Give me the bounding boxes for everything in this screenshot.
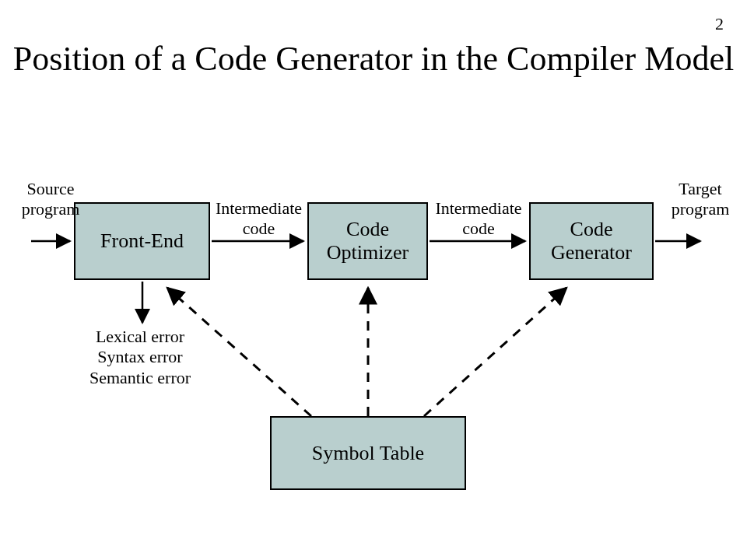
page-number: 2	[715, 14, 724, 34]
box-front-end: Front-End	[74, 202, 210, 280]
label-intermediate-code-2: Intermediatecode	[432, 198, 525, 240]
label-target-program: Targetprogram	[665, 179, 735, 220]
dashed-symboltable-to-generator	[424, 288, 566, 416]
slide-title: Position of a Code Generator in the Comp…	[0, 39, 747, 80]
box-symbol-table: Symbol Table	[270, 416, 466, 490]
box-code-optimizer: CodeOptimizer	[307, 202, 428, 280]
label-errors: Lexical errorSyntax errorSemantic error	[74, 327, 206, 388]
label-intermediate-code-1: Intermediatecode	[214, 198, 303, 240]
label-source-program: Sourceprogram	[19, 179, 82, 220]
box-code-generator: CodeGenerator	[529, 202, 654, 280]
